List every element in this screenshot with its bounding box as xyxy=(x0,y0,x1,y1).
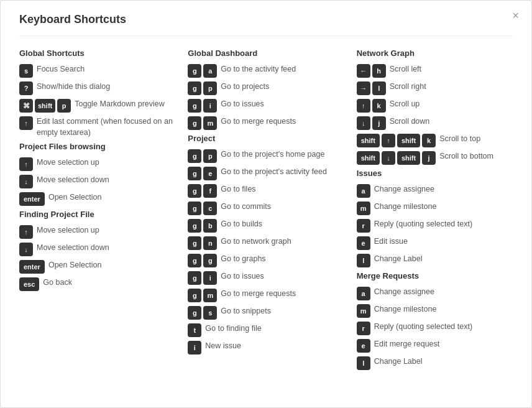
key-m-milestone: m xyxy=(357,202,370,215)
key-shift-top: shift xyxy=(357,134,380,147)
section-title-finding: Finding Project File xyxy=(19,210,175,219)
keys-edit-comment xyxy=(19,116,33,130)
key-i-issues-d: i xyxy=(203,99,217,113)
label-project-home: Go to the project's home page xyxy=(221,149,344,160)
keys-milestone-merge: m xyxy=(357,304,370,318)
section-title-dashboard: Global Dashboard xyxy=(188,49,344,58)
shortcut-finding-back: esc Go back xyxy=(19,277,175,291)
section-title-merge: Merge Requests xyxy=(357,271,513,280)
label-finding-file: Go to finding file xyxy=(205,323,344,335)
key-cmd: ⌘ xyxy=(19,99,33,113)
label-reply-merge: Reply (quoting selected text) xyxy=(374,322,513,333)
keys-scroll-right: l xyxy=(357,81,386,95)
keys-scroll-top: shift shift k xyxy=(357,134,436,147)
key-g-commits: g xyxy=(188,202,201,215)
keys-files: gf xyxy=(188,184,217,198)
key-g-pe: g xyxy=(188,167,201,180)
label-finding-move-down: Move selection down xyxy=(37,243,175,254)
shortcut-reply-issues: r Reply (quoting selected text) xyxy=(357,219,513,233)
label-scroll-left: Scroll left xyxy=(390,64,513,75)
key-g-projects: g xyxy=(188,81,201,95)
keys-project-activity: ge xyxy=(188,167,217,180)
shortcut-merge-requests-project: gm Go to merge requests xyxy=(188,289,344,302)
section-global-shortcuts: Global Shortcuts s Focus Search ? Show/h… xyxy=(19,49,175,138)
section-project-files-browsing: Project Files browsing Move selection up… xyxy=(19,142,175,206)
keys-assignee-merge: a xyxy=(357,287,370,300)
key-a: a xyxy=(203,64,217,78)
key-arrow-down-scroll xyxy=(357,116,370,130)
label-files: Go to files xyxy=(221,184,344,195)
shortcut-finding-open: enter Open Selection xyxy=(19,260,175,274)
label-network-graph: Go to network graph xyxy=(221,236,344,248)
key-g-snippets: g xyxy=(188,306,201,320)
shortcut-scroll-right: l Scroll right xyxy=(357,81,513,95)
key-g2-graphs: g xyxy=(203,254,217,267)
section-global-dashboard: Global Dashboard ga Go to the activity f… xyxy=(188,49,344,130)
key-t: t xyxy=(188,323,201,337)
shortcut-scroll-down: j Scroll down xyxy=(357,116,513,130)
shortcut-change-milestone-merge: m Change milestone xyxy=(357,304,513,318)
keys-files-open: enter xyxy=(19,192,45,206)
key-g-activity: g xyxy=(188,64,201,78)
shortcut-builds: gb Go to builds xyxy=(188,219,344,233)
shortcut-scroll-left: h Scroll left xyxy=(357,64,513,78)
column-1: Global Shortcuts s Focus Search ? Show/h… xyxy=(19,49,188,374)
shortcut-focus-search: s Focus Search xyxy=(19,64,175,78)
shortcut-change-label-issues: l Change Label xyxy=(357,254,513,267)
keys-finding-move-down xyxy=(19,243,33,256)
key-r-reply-merge: r xyxy=(357,322,370,335)
keys-show-hide: ? xyxy=(19,81,33,95)
label-scroll-bottom: Scroll to bottom xyxy=(439,151,513,162)
label-issues-dashboard: Go to issues xyxy=(221,99,344,110)
label-assignee-issues: Change assignee xyxy=(374,184,513,195)
shortcut-files-move-down: Move selection down xyxy=(19,175,175,188)
key-g-merge-d: g xyxy=(188,116,201,130)
key-arrow-left xyxy=(357,64,370,78)
keys-issues-dashboard: gi xyxy=(188,99,217,113)
shortcut-snippets: gs Go to snippets xyxy=(188,306,344,320)
key-f-files: f xyxy=(203,184,217,198)
label-label-issues: Change Label xyxy=(374,254,513,265)
keys-scroll-bottom: shift shift j xyxy=(357,151,436,165)
key-m-merge-d: m xyxy=(203,116,217,130)
label-merge-dashboard: Go to merge requests xyxy=(221,116,344,128)
keys-label-issues: l xyxy=(357,254,370,267)
shortcut-toggle-markdown: ⌘ shift p Toggle Markdown preview xyxy=(19,99,175,113)
key-arrow-up-scroll xyxy=(357,99,370,113)
label-toggle-markdown: Toggle Markdown preview xyxy=(75,99,175,110)
keys-finding-move-up xyxy=(19,225,33,239)
shortcut-edit-merge: e Edit merge request xyxy=(357,339,513,353)
label-scroll-top: Scroll to top xyxy=(439,134,513,145)
label-scroll-down: Scroll down xyxy=(390,116,513,128)
key-arrow-down-files xyxy=(19,175,33,188)
key-n-ng: n xyxy=(203,236,217,250)
section-merge-requests: Merge Requests a Change assignee m Chang… xyxy=(357,271,513,370)
key-g-ph: g xyxy=(188,149,201,163)
keys-finding-back: esc xyxy=(19,277,39,291)
label-commits: Go to commits xyxy=(221,202,344,213)
shortcut-files: gf Go to files xyxy=(188,184,344,198)
label-scroll-up: Scroll up xyxy=(390,99,513,110)
keys-finding-open: enter xyxy=(19,260,45,274)
label-new-issue: New issue xyxy=(205,341,344,352)
label-label-merge: Change Label xyxy=(374,356,513,368)
shortcut-commits: gc Go to commits xyxy=(188,202,344,215)
key-g-ip: g xyxy=(188,271,201,285)
key-h: h xyxy=(372,64,386,78)
key-e-edit: e xyxy=(357,236,370,250)
keys-issues-project: gi xyxy=(188,271,217,285)
keys-milestone-issues: m xyxy=(357,202,370,215)
label-projects: Go to projects xyxy=(221,81,344,93)
key-g-ng: g xyxy=(188,236,201,250)
shortcut-edit-last-comment: Edit last comment (when focused on an em… xyxy=(19,116,175,138)
keys-assignee-issues: a xyxy=(357,184,370,198)
key-shift-j-bottom: shift xyxy=(397,151,420,165)
key-a-assignee: a xyxy=(357,184,370,198)
label-focus-search: Focus Search xyxy=(37,64,175,75)
key-l-label-merge: l xyxy=(357,356,370,370)
key-arrow-down-finding xyxy=(19,243,33,256)
key-p-ph: p xyxy=(203,149,217,163)
key-s: s xyxy=(19,64,33,78)
close-button[interactable]: × xyxy=(512,10,519,21)
keys-commits: gc xyxy=(188,202,217,215)
